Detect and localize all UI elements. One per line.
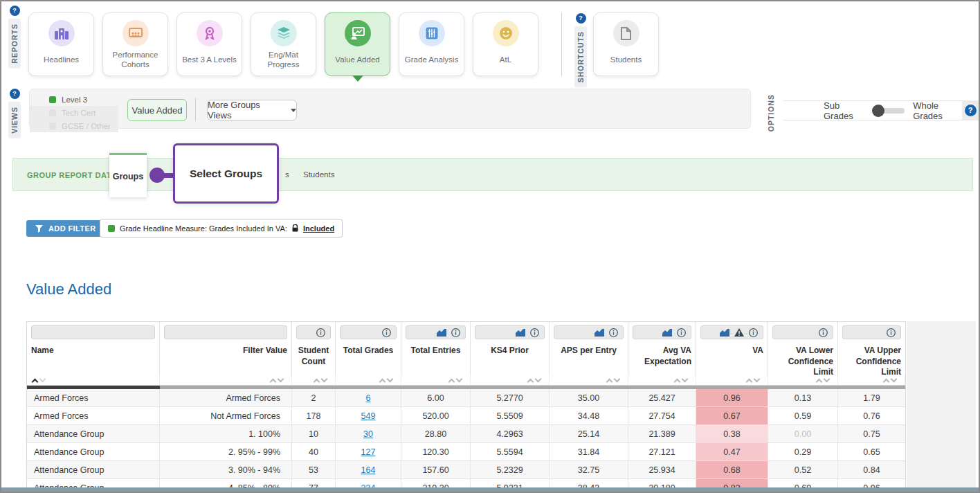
sub-whole-grades-toggle[interactable] (873, 105, 905, 117)
views-help-icon[interactable]: ? (10, 89, 20, 99)
report-card-performance-cohorts[interactable]: Performance Cohorts (102, 12, 168, 76)
chevron-down-icon (291, 109, 296, 112)
shortcuts-help-icon[interactable]: ? (576, 13, 586, 24)
cell-total_grades: 164 (336, 461, 401, 478)
info-icon[interactable] (451, 328, 460, 337)
sort-control-filter_value[interactable] (160, 375, 292, 385)
sort-control-total_entries[interactable] (401, 375, 471, 385)
sort-asc-icon (606, 379, 613, 386)
cell-va_upper: 0.76 (838, 407, 905, 424)
filter-chip-grade-headline-measure[interactable]: Grade Headline Measure: Grades Included … (100, 219, 343, 237)
cell-link-total_grades[interactable]: 30 (363, 429, 373, 439)
info-icon[interactable] (609, 328, 618, 337)
chart-icon[interactable] (662, 328, 672, 337)
reports-section-label: ? REPORTS (7, 6, 22, 71)
column-header-va[interactable]: VA (696, 322, 768, 375)
column-header-student_count[interactable]: Student Count (292, 322, 336, 375)
column-header-total_grades[interactable]: Total Grades (336, 322, 401, 375)
cell-student_count: 178 (292, 407, 336, 424)
shortcut-card-students[interactable]: Students (593, 12, 659, 76)
info-icon[interactable] (677, 328, 686, 337)
warning-icon[interactable] (734, 328, 744, 337)
cell-value: 0.00 (795, 429, 811, 439)
report-card-label: Eng/Mat Progress (251, 49, 316, 71)
tab-students[interactable]: Students (300, 158, 337, 191)
report-card-label: Grade Analysis (399, 49, 464, 71)
column-header-total_entries[interactable]: Total Entries (401, 322, 471, 375)
cell-va: 0.38 (696, 425, 768, 442)
reports-help-icon[interactable]: ? (10, 6, 20, 16)
cell-link-total_grades[interactable]: 549 (361, 411, 376, 421)
cell-value: 10 (309, 429, 318, 439)
sort-desc-icon (754, 376, 761, 383)
sort-control-avg_va_expectation[interactable] (628, 375, 696, 385)
report-card-atl[interactable]: AtL (473, 12, 538, 76)
cell-name: Attendance Group (27, 461, 160, 478)
options-help-icon[interactable]: ? (965, 105, 977, 116)
sort-control-va[interactable] (696, 375, 768, 385)
more-groups-views-button[interactable]: More Groups Views (207, 100, 297, 120)
options-help-container: ? (962, 100, 979, 120)
column-header-filter_value[interactable]: Filter Value (160, 322, 292, 375)
chart-icon[interactable] (595, 328, 604, 337)
sort-desc-icon (39, 376, 46, 383)
value-added-view-button[interactable]: Value Added (127, 99, 187, 121)
cell-link-total_grades[interactable]: 127 (361, 447, 376, 457)
report-card-headlines[interactable]: Headlines (28, 12, 94, 76)
page-horizontal-scrollbar[interactable] (1, 487, 979, 492)
report-card-best-3-a-levels[interactable]: Best 3 A Levels (176, 12, 242, 76)
column-label-total_entries: Total Entries (406, 346, 466, 357)
cell-total_entries: 120.30 (401, 443, 471, 460)
chart-icon[interactable] (437, 328, 446, 337)
table-row: Attendance Group1. 100%103028.804.296325… (27, 425, 905, 443)
column-label-student_count: Student Count (296, 346, 331, 367)
cell-aps_per_entry: 25.14 (550, 425, 628, 442)
report-card-grade-analysis[interactable]: Grade Analysis (399, 12, 464, 76)
sort-control-ks4_prior[interactable] (471, 375, 550, 385)
info-icon[interactable] (316, 328, 325, 337)
qual-filter-label: Level 3 (62, 96, 87, 104)
chart-icon[interactable] (516, 328, 525, 337)
chart-icon[interactable] (720, 328, 729, 337)
column-header-va_lower[interactable]: VA Lower Confidence Limit (768, 322, 838, 375)
cell-total_grades: 549 (336, 407, 401, 424)
shortcut-cards: Students (593, 12, 659, 76)
sort-asc-icon (746, 379, 753, 386)
sort-control-name[interactable] (27, 375, 160, 385)
sort-control-total_grades[interactable] (336, 375, 401, 385)
column-header-avg_va_expectation[interactable]: Avg VA Expectation (628, 322, 696, 375)
toggle-knob[interactable] (872, 105, 884, 117)
column-header-va_upper[interactable]: VA Upper Confidence Limit (838, 322, 905, 375)
cell-filter_value: 2. 95% - 99% (160, 443, 292, 460)
info-icon[interactable] (749, 328, 758, 337)
cell-value: 1.79 (863, 393, 880, 403)
views-strip: Level 3Tech CertGCSE / Other Value Added… (29, 89, 751, 129)
column-header-aps_per_entry[interactable]: APS per Entry (550, 322, 628, 375)
column-header-ks4_prior[interactable]: KS4 Prior (471, 322, 550, 375)
grade-display-options: Sub Grades Whole Grades ? (783, 100, 979, 120)
info-icon[interactable] (887, 328, 896, 337)
info-icon[interactable] (819, 328, 828, 337)
tab-groups[interactable]: Groups (109, 153, 147, 197)
shortcuts-section-label: ? SHORTCUTS (573, 13, 588, 90)
sort-control-student_count[interactable] (292, 375, 336, 385)
report-card-eng-mat-progress[interactable]: Eng/Mat Progress (251, 12, 316, 76)
report-card-value-added[interactable]: Value Added (325, 12, 390, 76)
cell-value: 21.389 (648, 429, 675, 439)
sort-asc-icon (270, 379, 277, 386)
add-filter-button[interactable]: ADD FILTER (26, 220, 105, 237)
qual-filter-tech-cert[interactable]: Tech Cert (30, 106, 118, 119)
cell-value: 178 (307, 411, 321, 421)
cell-link-total_grades[interactable]: 6 (366, 393, 371, 403)
table-row: Armed ForcesArmed Forces266.005.277035.0… (27, 389, 905, 407)
cell-link-total_grades[interactable]: 164 (361, 465, 376, 475)
tab-partially-hidden[interactable]: s (285, 158, 289, 191)
info-icon[interactable] (530, 328, 539, 337)
table-header-row: NameFilter ValueStudent CountTotal Grade… (27, 322, 905, 375)
info-icon[interactable] (382, 328, 391, 337)
qual-filter-gcse-other[interactable]: GCSE / Other (30, 119, 118, 132)
sort-control-aps_per_entry[interactable] (550, 375, 628, 385)
report-cards: HeadlinesPerformance CohortsBest 3 A Lev… (28, 12, 538, 76)
column-header-name[interactable]: Name (27, 322, 160, 375)
qual-filter-level-3[interactable]: Level 3 (30, 93, 118, 106)
